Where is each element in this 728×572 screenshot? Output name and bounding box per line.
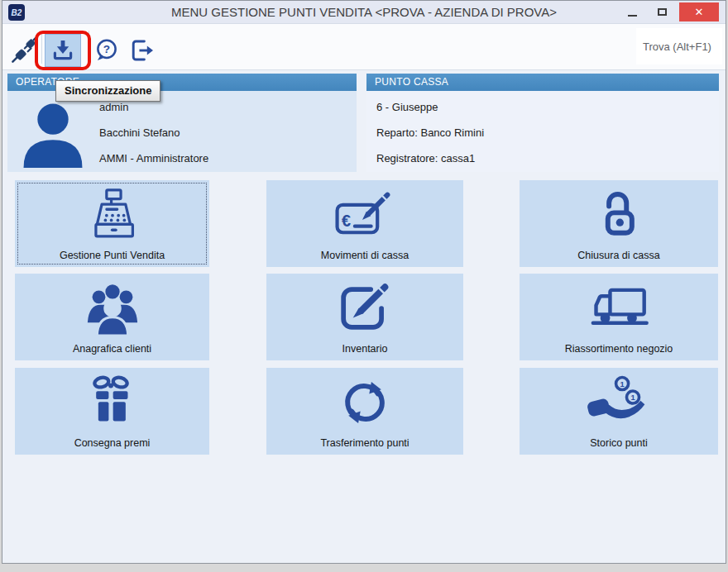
menu-button-label: Gestione Punti Vendita xyxy=(15,250,209,261)
window-controls: ✕ xyxy=(620,2,719,21)
svg-text:1: 1 xyxy=(620,380,624,388)
circular-arrows-icon xyxy=(338,375,392,430)
maximize-icon xyxy=(658,8,667,16)
people-group-icon xyxy=(83,281,142,336)
minimize-button[interactable] xyxy=(620,2,644,21)
menu-button-label: Trasferimento punti xyxy=(266,437,463,449)
sync-button[interactable] xyxy=(45,34,81,67)
open-padlock-icon xyxy=(592,188,646,242)
menu-button-gestione-punti-vendita[interactable]: Gestione Punti Vendita xyxy=(15,180,209,267)
menu-button-label: Anagrafica clienti xyxy=(15,343,209,355)
app-window: B2 MENU GESTIONE PUNTI VENDITA <PROVA - … xyxy=(2,0,726,564)
toolbar-separator xyxy=(41,31,42,64)
cash-point-header: PUNTO CASSA xyxy=(366,74,719,91)
plug-icon xyxy=(10,36,38,64)
menu-button-inventario[interactable]: Inventario xyxy=(266,274,463,360)
svg-text:€: € xyxy=(342,212,351,230)
euro-check-pencil-icon: € xyxy=(333,188,396,241)
note-pencil-icon xyxy=(335,281,395,336)
toolbar-separator xyxy=(89,31,89,64)
title-bar: B2 MENU GESTIONE PUNTI VENDITA <PROVA - … xyxy=(2,1,726,24)
window-title: MENU GESTIONE PUNTI VENDITA <PROVA - AZI… xyxy=(2,1,726,24)
menu-button-label: Storico punti xyxy=(520,437,718,449)
operator-username: admin xyxy=(99,101,128,113)
find-label: Trova (Alt+F1) xyxy=(643,41,711,53)
help-button[interactable]: ? xyxy=(92,36,122,65)
delivery-truck-icon xyxy=(586,283,653,334)
connect-button[interactable] xyxy=(9,36,39,65)
menu-button-movimenti-di-cassa[interactable]: € Movimenti di cassa xyxy=(266,180,463,267)
cash-register-icon xyxy=(83,188,142,242)
find-shortcut[interactable]: Trova (Alt+F1) xyxy=(636,28,722,64)
menu-button-label: Movimenti di cassa xyxy=(266,250,463,261)
download-sync-icon xyxy=(50,37,76,64)
minimize-icon xyxy=(628,15,637,17)
question-bubble-icon: ? xyxy=(93,36,121,64)
menu-button-label: Riassortimento negozio xyxy=(520,343,718,355)
menu-button-trasferimento-punti[interactable]: Trasferimento punti xyxy=(266,368,463,455)
exit-button[interactable] xyxy=(127,36,156,65)
hand-coins-icon: 1 1 xyxy=(587,375,652,430)
menu-button-storico-punti[interactable]: 1 1 Storico punti xyxy=(520,368,718,455)
cash-point-register: Registratore: cassa1 xyxy=(376,152,475,164)
toolbar: ? Trova (Alt+F1) xyxy=(2,24,726,70)
operator-fullname: Bacchini Stefano xyxy=(99,126,180,139)
close-button[interactable]: ✕ xyxy=(679,2,719,21)
avatar xyxy=(18,94,88,170)
maximize-button[interactable] xyxy=(649,2,674,21)
menu-button-riassortimento-negozio[interactable]: Riassortimento negozio xyxy=(520,274,718,360)
cash-point-panel: 6 - Giuseppe Reparto: Banco Rimini Regis… xyxy=(366,91,719,172)
menu-button-label: Consegna premi xyxy=(15,437,209,449)
operator-panel: admin Bacchini Stefano AMMI - Amministra… xyxy=(7,91,357,172)
menu-button-label: Inventario xyxy=(266,343,463,355)
cash-point-department: Reparto: Banco Rimini xyxy=(376,126,484,139)
menu-button-chiusura-di-cassa[interactable]: Chiusura di cassa xyxy=(520,180,718,267)
svg-text:1: 1 xyxy=(630,393,635,402)
svg-text:?: ? xyxy=(103,43,110,55)
exit-door-icon xyxy=(127,36,156,64)
tooltip-sincronizzazione: Sincronizzazione xyxy=(55,80,160,102)
menu-button-anagrafica-clienti[interactable]: Anagrafica clienti xyxy=(15,274,209,360)
gift-icon xyxy=(85,375,140,430)
cash-point-name: 6 - Giuseppe xyxy=(376,101,438,113)
operator-role: AMMI - Amministratore xyxy=(99,152,208,164)
menu-button-consegna-premi[interactable]: Consegna premi xyxy=(15,368,209,455)
menu-button-label: Chiusura di cassa xyxy=(520,250,718,261)
